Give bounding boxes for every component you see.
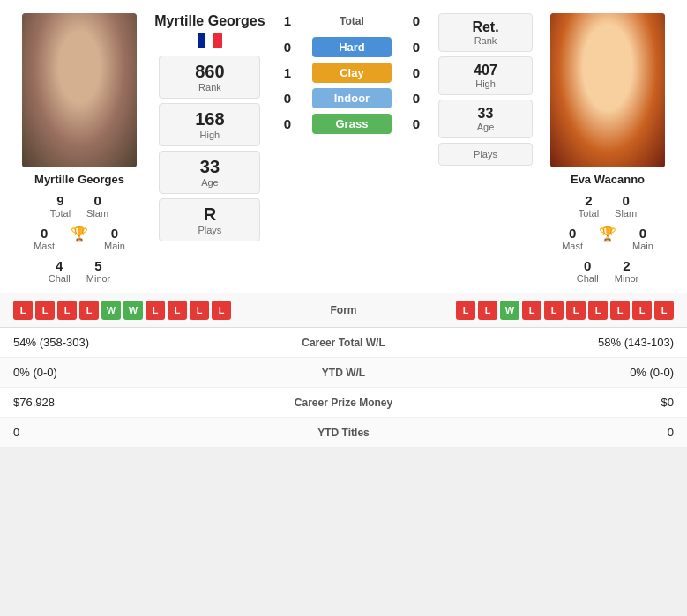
left-form-badge-6: L — [146, 301, 165, 320]
grass-court-button[interactable]: Grass — [312, 114, 392, 134]
right-form-badge-9: L — [654, 301, 674, 320]
main-container: Myrtille Georges 9 Total 0 Slam 0 Mast 🏆 — [0, 0, 687, 448]
right-age-label: Age — [477, 122, 495, 132]
left-player-title: Myrtille Georges — [154, 13, 265, 29]
right-player-photo — [550, 13, 665, 167]
right-minor-value: 2 — [623, 258, 630, 273]
left-rank-box: 860 Rank — [159, 56, 260, 99]
right-slam-value: 0 — [622, 193, 629, 208]
left-high-box: 168 High — [159, 103, 260, 146]
stats-row-1-left: 0% (0-0) — [13, 366, 256, 379]
stats-row-3-center: YTD Titles — [256, 427, 432, 439]
clay-left-score: 1 — [274, 65, 301, 80]
right-form-badge-4: L — [544, 301, 564, 320]
right-form-badges: LLWLLLLLLL — [401, 301, 675, 320]
left-slam-value: 0 — [93, 193, 101, 208]
hard-court-row: 0 Hard 0 — [274, 37, 429, 57]
right-chall-stat: 0 Chall — [577, 258, 599, 284]
left-plays-label: Plays — [198, 225, 221, 235]
right-rank-label: Rank — [474, 35, 497, 46]
left-player-row1: 9 Total 0 Slam — [9, 193, 150, 219]
right-age-box: 33 Age — [438, 100, 533, 138]
stats-row-2-right: $0 — [432, 396, 675, 409]
indoor-court-button[interactable]: Indoor — [312, 88, 392, 108]
left-player-card: Myrtille Georges 9 Total 0 Slam 0 Mast 🏆 — [9, 13, 150, 284]
right-minor-label: Minor — [615, 273, 639, 284]
left-form-badge-4: W — [101, 301, 121, 320]
right-mast-value: 0 — [569, 226, 576, 241]
right-trophy-icon: 🏆 — [599, 226, 616, 242]
left-slam-label: Slam — [86, 208, 108, 219]
left-slam-stat: 0 Slam — [86, 193, 108, 219]
hard-left-score: 0 — [274, 40, 301, 55]
right-middle-stats: Ret. Rank 407 High 33 Age Plays — [434, 13, 537, 170]
right-player-row2: 0 Mast 🏆 0 Main — [537, 226, 678, 251]
stats-row-3: 0YTD Titles0 — [0, 418, 687, 448]
stats-row-0-right: 58% (143-103) — [432, 336, 675, 349]
left-trophy-icon: 🏆 — [71, 226, 88, 242]
right-form-badge-1: L — [478, 301, 497, 320]
right-form-badge-2: W — [500, 301, 519, 320]
left-chall-value: 4 — [56, 258, 63, 273]
grass-court-row: 0 Grass 0 — [274, 114, 429, 134]
left-player-row2: 0 Mast 🏆 0 Main — [9, 226, 150, 251]
left-player-title-text: Myrtille Georges — [154, 13, 265, 28]
right-player-name: Eva Wacanno — [571, 173, 645, 186]
stats-row-0-center: Career Total W/L — [256, 337, 432, 349]
left-mast-label: Mast — [34, 241, 55, 251]
right-rank-value: Ret. — [472, 19, 498, 35]
right-mast-stat: 0 Mast — [562, 226, 583, 251]
stats-row-3-left: 0 — [13, 426, 256, 439]
left-chall-label: Chall — [49, 273, 71, 284]
right-rank-box: Ret. Rank — [438, 13, 533, 52]
left-total-stat: 9 Total — [50, 193, 71, 219]
hard-right-score: 0 — [403, 40, 429, 55]
left-mast-stat: 0 Mast — [34, 226, 55, 251]
right-form-badge-6: L — [588, 301, 608, 320]
right-main-label: Main — [632, 241, 653, 251]
player-section: Myrtille Georges 9 Total 0 Slam 0 Mast 🏆 — [0, 0, 687, 293]
right-form-badge-3: L — [522, 301, 541, 320]
left-age-value: 33 — [200, 157, 220, 177]
left-high-label: High — [200, 130, 220, 140]
left-form-badge-3: L — [79, 301, 99, 320]
right-chall-value: 0 — [584, 258, 591, 273]
hard-court-button[interactable]: Hard — [312, 37, 392, 57]
right-minor-stat: 2 Minor — [615, 258, 639, 284]
left-total-value: 9 — [56, 193, 63, 208]
stats-row-0: 54% (358-303)Career Total W/L58% (143-10… — [0, 328, 687, 358]
right-plays-box: Plays — [438, 143, 533, 166]
clay-court-button[interactable]: Clay — [312, 63, 392, 83]
courts-section: 1 Total 0 0 Hard 0 1 Clay 0 0 Indoor 0 — [270, 13, 434, 139]
right-main-value: 0 — [639, 226, 646, 241]
left-player-row3: 4 Chall 5 Minor — [9, 258, 150, 284]
total-row: 1 Total 0 — [274, 13, 429, 28]
right-player-row1: 2 Total 0 Slam — [537, 193, 678, 219]
left-form-badge-0: L — [13, 301, 33, 320]
left-plays-box: R Plays — [159, 198, 260, 241]
right-trophy-icon-item: 🏆 — [599, 226, 616, 251]
stats-table: 54% (358-303)Career Total W/L58% (143-10… — [0, 327, 687, 448]
form-section: LLLLWWLLLL Form LLWLLLLLLL — [0, 293, 687, 327]
left-rank-value: 860 — [195, 62, 224, 82]
right-age-value: 33 — [478, 106, 494, 122]
right-high-value: 407 — [474, 63, 497, 78]
left-form-badge-7: L — [168, 301, 187, 320]
left-player-name: Myrtille Georges — [34, 173, 124, 186]
left-minor-stat: 5 Minor — [86, 258, 111, 284]
left-middle-stats: Myrtille Georges 860 Rank 168 High 33 Ag… — [150, 13, 270, 246]
grass-right-score: 0 — [403, 116, 429, 131]
total-right-score: 0 — [403, 13, 429, 28]
left-flag — [198, 33, 222, 48]
right-player-card: Eva Wacanno 2 Total 0 Slam 0 Mast 🏆 — [537, 13, 678, 284]
indoor-court-row: 0 Indoor 0 — [274, 88, 429, 108]
right-player-row3: 0 Chall 2 Minor — [537, 258, 678, 284]
right-form-badge-5: L — [566, 301, 586, 320]
left-form-badge-5: W — [123, 301, 143, 320]
stats-row-2-center: Career Prize Money — [256, 397, 432, 409]
left-plays-value: R — [204, 204, 216, 225]
right-form-badge-8: L — [632, 301, 652, 320]
left-age-label: Age — [201, 177, 219, 188]
grass-left-score: 0 — [274, 116, 301, 131]
right-mast-label: Mast — [562, 241, 583, 251]
